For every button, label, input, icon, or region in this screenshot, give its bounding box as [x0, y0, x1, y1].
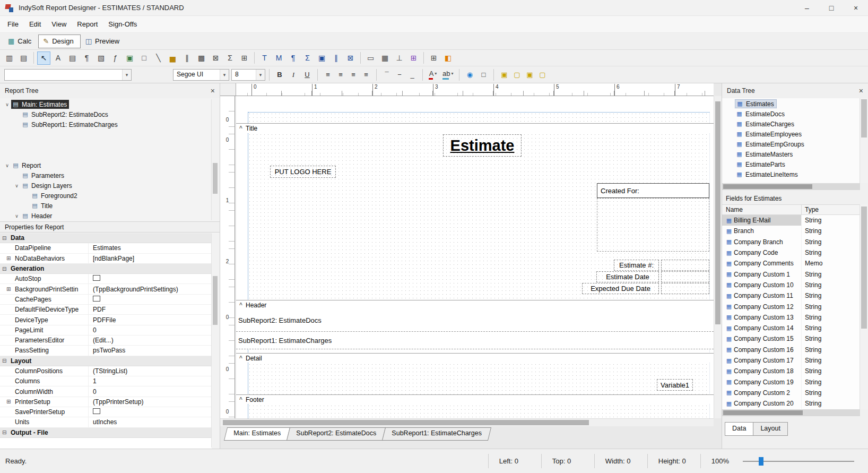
tree-node-report[interactable]: ∨▤Report — [0, 160, 212, 170]
valign-middle-button[interactable]: − — [393, 68, 406, 81]
crosstab-tool-icon[interactable]: ⊞ — [407, 51, 420, 65]
checkbox-tool-icon[interactable]: ⊠ — [209, 51, 222, 65]
expander-icon[interactable]: ∨ — [3, 163, 11, 168]
estimate-number-label[interactable]: Estimate #: — [614, 260, 659, 271]
sheet-tab-main-estimates[interactable]: Main: Estimates — [224, 427, 290, 441]
property-row-passsetting[interactable]: PassSettingpsTwoPass — [0, 346, 212, 356]
line-tool-icon[interactable]: ╲ — [152, 51, 165, 65]
property-section-layout[interactable]: ⊟Layout — [0, 356, 212, 366]
chevron-down-icon[interactable]: ▾ — [435, 71, 437, 76]
property-expander-icon[interactable]: ⊞ — [6, 286, 15, 292]
field-row-branch[interactable]: ▦BranchString — [722, 226, 860, 236]
estimate-heading-label[interactable]: Estimate — [443, 134, 522, 157]
valign-top-button[interactable]: ¯ — [380, 68, 393, 81]
move-forward-button[interactable]: ▣ — [523, 68, 536, 81]
logo-placeholder-label[interactable]: PUT LOGO HERE — [270, 166, 336, 178]
scrollbar-thumb[interactable] — [861, 207, 867, 329]
created-for-label[interactable]: Created For: — [597, 183, 709, 198]
property-row-autostop[interactable]: AutoStop — [0, 274, 212, 284]
estimate-date-label[interactable]: Estimate Date — [596, 271, 659, 282]
align-center-button[interactable]: ≡ — [334, 68, 347, 81]
select-tool-icon[interactable]: ↖ — [37, 51, 50, 65]
barcode-2d-tool-icon[interactable]: ▩ — [195, 51, 208, 65]
dbmemo-tool-icon[interactable]: M — [272, 51, 285, 65]
style-combo[interactable]: ▾ — [4, 69, 132, 81]
data-table-estimatemasters[interactable]: ▦EstimateMasters — [722, 149, 860, 159]
property-row-printersetup[interactable]: ⊞PrinterSetup(TppPrinterSetup) — [0, 397, 212, 407]
chevron-down-icon[interactable]: ▾ — [122, 70, 131, 80]
footer-band-area[interactable] — [248, 404, 709, 418]
field-row-company-custom-19[interactable]: ▦Company Custom 19String — [722, 376, 860, 387]
dbrichtext-tool-icon[interactable]: ¶ — [287, 51, 300, 65]
view-tab-design[interactable]: ✎Design — [38, 35, 80, 48]
field-row-company-custom-20[interactable]: ▦Company Custom 20String — [722, 398, 860, 409]
field-row-company-comments[interactable]: ▦Company CommentsMemo — [722, 258, 860, 269]
style-combo-input[interactable] — [5, 70, 122, 80]
tree-node-title[interactable]: ▤Title — [0, 201, 212, 211]
field-row-company-code[interactable]: ▦Company CodeString — [722, 247, 860, 258]
property-section-generation[interactable]: ⊟Generation — [0, 264, 212, 274]
snap-to-grid-icon[interactable]: ▥ — [3, 51, 16, 65]
memo-tool-icon[interactable]: ▤ — [66, 51, 79, 65]
bring-to-front-button[interactable]: ▣ — [498, 68, 510, 81]
barcode-tool-icon[interactable]: ∥ — [180, 51, 194, 65]
scrollbar-thumb[interactable] — [861, 99, 867, 137]
data-table-estimateemployees[interactable]: ▦EstimateEmployees — [722, 129, 860, 139]
variable-tool-icon[interactable]: ƒ — [109, 51, 122, 65]
tree-node-header[interactable]: ∨▤Header — [0, 211, 212, 221]
property-row-columnpositions[interactable]: ColumnPositions(TStringList) — [0, 366, 212, 376]
band-bar-title[interactable]: ^ Title — [236, 123, 714, 133]
dbtext-tool-icon[interactable]: T — [258, 51, 271, 65]
region-tool-icon[interactable]: ▭ — [364, 51, 377, 65]
subreport1-band[interactable]: SubReport1: EstimateCharges — [236, 332, 714, 349]
property-row-defaultfiledevicetype[interactable]: DefaultFileDeviceTypePDF — [0, 305, 212, 315]
field-row-company-custom-12[interactable]: ▦Company Custom 12String — [722, 301, 860, 312]
richtext-tool-icon[interactable]: ¶ — [80, 51, 93, 65]
scrollbar-thumb[interactable] — [715, 101, 721, 324]
expander-icon[interactable]: ∨ — [3, 102, 11, 107]
dbcheckbox-tool-icon[interactable]: ⊠ — [344, 51, 357, 65]
tree-node-foreground2[interactable]: ▤Foreground2 — [0, 191, 212, 201]
section-expander-icon[interactable]: ⊟ — [2, 266, 11, 272]
menu-sign-offs[interactable]: Sign-Offs — [103, 18, 142, 31]
data-table-estimateparts[interactable]: ▦EstimateParts — [722, 159, 860, 169]
font-size-combo[interactable]: 8 ▾ — [231, 69, 265, 81]
font-color-button[interactable]: A ▾ — [427, 68, 439, 81]
grid-view-icon[interactable]: ⊞ — [427, 51, 440, 65]
property-row-pagelimit[interactable]: PageLimit0 — [0, 325, 212, 336]
collapse-chevron-icon[interactable]: ^ — [239, 397, 246, 402]
fields-scrollbar[interactable] — [860, 204, 868, 409]
property-section-data[interactable]: ⊟Data — [0, 233, 212, 243]
property-row-units[interactable]: UnitsutInches — [0, 417, 212, 427]
tree-node-design-layers[interactable]: ∨▤Design Layers — [0, 180, 212, 191]
chevron-down-icon[interactable]: ▾ — [220, 70, 229, 80]
fields-horizontal-scrollbar[interactable] — [722, 409, 860, 416]
sheet-tab-subreport1-estimatecharges[interactable]: SubReport1: EstimateCharges — [382, 427, 491, 441]
align-justify-button[interactable]: ≡ — [360, 68, 372, 81]
checkbox-unchecked[interactable] — [93, 296, 100, 302]
properties-scrollbar[interactable] — [211, 234, 219, 448]
view-tab-preview[interactable]: ◫Preview — [81, 35, 127, 48]
minimize-button[interactable]: – — [795, 0, 819, 15]
move-backward-button[interactable]: ▢ — [536, 68, 549, 81]
band-bar-detail[interactable]: ^ Detail — [236, 353, 714, 363]
tab-layout[interactable]: Layout — [753, 422, 788, 436]
underline-button[interactable]: U — [301, 68, 314, 81]
collapse-chevron-icon[interactable]: ^ — [239, 302, 246, 308]
tree-node-main-estimates[interactable]: ∨▤Main: Estimates — [0, 99, 212, 109]
variable1-label[interactable]: Variable1 — [657, 379, 693, 391]
align-right-button[interactable]: ≡ — [347, 68, 360, 81]
checkbox-unchecked[interactable] — [93, 408, 100, 414]
canvas-horizontal-scrollbar[interactable] — [220, 418, 714, 426]
data-table-estimatelineitems[interactable]: ▦EstimateLineItems — [722, 169, 860, 179]
field-row-company-custom-17[interactable]: ▦Company Custom 17String — [722, 355, 860, 366]
estimate-number-field[interactable] — [661, 260, 709, 271]
chevron-down-icon[interactable]: ▾ — [451, 71, 453, 76]
bold-button[interactable]: B — [273, 68, 286, 81]
valign-bottom-button[interactable]: _ — [406, 68, 419, 81]
scrollbar-thumb[interactable] — [213, 276, 218, 325]
anchor-button[interactable]: ◉ — [463, 68, 476, 81]
property-row-cachepages[interactable]: CachePages — [0, 295, 212, 305]
column-header-type[interactable]: Type — [802, 205, 868, 214]
menu-file[interactable]: File — [2, 18, 24, 31]
